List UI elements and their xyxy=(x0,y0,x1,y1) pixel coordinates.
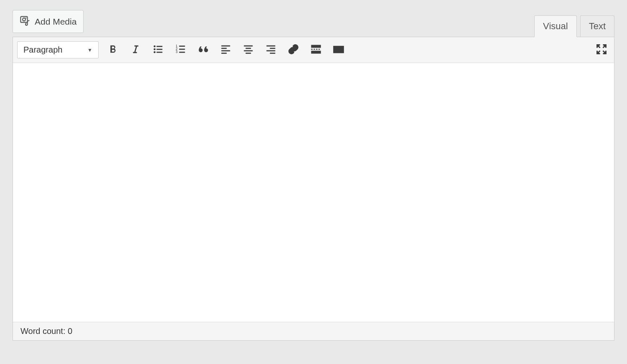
svg-rect-27 xyxy=(311,45,321,48)
svg-rect-8 xyxy=(157,52,163,53)
svg-rect-30 xyxy=(316,49,318,50)
svg-rect-15 xyxy=(222,46,230,47)
italic-icon xyxy=(130,43,141,56)
svg-point-3 xyxy=(154,46,156,48)
editor-tabs: Visual Text xyxy=(534,15,614,37)
svg-rect-16 xyxy=(222,48,227,49)
read-more-icon xyxy=(310,43,322,56)
add-media-label: Add Media xyxy=(35,17,76,27)
align-left-button[interactable] xyxy=(217,42,234,58)
bold-icon xyxy=(107,43,119,56)
svg-rect-18 xyxy=(222,53,227,54)
tab-visual[interactable]: Visual xyxy=(534,15,577,37)
svg-rect-0 xyxy=(20,17,27,23)
blockquote-icon xyxy=(197,43,209,56)
svg-rect-19 xyxy=(244,46,253,47)
numbered-list-icon: 123 xyxy=(175,43,186,56)
toolbar-toggle-button[interactable] xyxy=(330,42,347,58)
bulleted-list-button[interactable] xyxy=(150,42,166,58)
insert-link-button[interactable] xyxy=(285,42,302,58)
align-right-icon xyxy=(265,43,277,56)
svg-rect-10 xyxy=(179,46,185,47)
svg-rect-38 xyxy=(335,50,336,51)
svg-rect-14 xyxy=(179,52,185,53)
editor-top-row: Add Media Visual Text xyxy=(13,10,614,37)
keyboard-icon xyxy=(333,43,344,56)
align-center-icon xyxy=(242,43,254,56)
word-count-label: Word count: xyxy=(20,326,68,336)
svg-point-2 xyxy=(25,18,26,18)
svg-rect-23 xyxy=(267,46,275,47)
svg-point-1 xyxy=(23,18,25,21)
tab-text[interactable]: Text xyxy=(580,15,614,37)
svg-rect-12 xyxy=(179,49,185,50)
svg-rect-35 xyxy=(337,48,338,49)
chevron-down-icon: ▼ xyxy=(87,47,92,53)
svg-rect-17 xyxy=(222,50,230,51)
svg-rect-37 xyxy=(341,48,342,49)
fullscreen-button[interactable] xyxy=(593,42,610,58)
camera-music-icon xyxy=(20,15,31,28)
numbered-list-button[interactable]: 123 xyxy=(172,42,189,58)
link-icon xyxy=(288,43,299,56)
editor-box: Paragraph ▼ 123 xyxy=(13,37,614,341)
editor-content-area[interactable] xyxy=(13,63,614,322)
status-bar: Word count: 0 xyxy=(13,322,614,340)
editor-toolbar: Paragraph ▼ 123 xyxy=(13,37,614,63)
italic-button[interactable] xyxy=(127,42,144,58)
svg-rect-39 xyxy=(337,50,340,51)
svg-rect-20 xyxy=(246,48,251,49)
align-left-icon xyxy=(220,43,232,56)
svg-rect-22 xyxy=(246,53,251,54)
svg-rect-36 xyxy=(339,48,340,49)
svg-rect-34 xyxy=(335,48,336,49)
svg-rect-40 xyxy=(341,50,342,51)
svg-rect-33 xyxy=(334,46,343,53)
svg-text:3: 3 xyxy=(176,50,178,54)
word-count-value: 0 xyxy=(68,326,72,336)
bold-button[interactable] xyxy=(104,42,121,58)
format-select-label: Paragraph xyxy=(23,45,62,55)
svg-rect-26 xyxy=(270,53,275,54)
svg-point-7 xyxy=(154,51,156,53)
svg-rect-21 xyxy=(244,50,253,51)
svg-point-5 xyxy=(154,48,156,51)
svg-rect-25 xyxy=(267,50,275,51)
bulleted-list-icon xyxy=(152,43,164,56)
svg-rect-24 xyxy=(270,48,275,49)
svg-rect-31 xyxy=(319,49,320,50)
align-center-button[interactable] xyxy=(240,42,257,58)
blockquote-button[interactable] xyxy=(195,42,212,58)
svg-rect-28 xyxy=(311,49,313,50)
svg-rect-32 xyxy=(311,51,321,54)
align-right-button[interactable] xyxy=(263,42,279,58)
svg-rect-6 xyxy=(157,49,163,50)
paragraph-format-select[interactable]: Paragraph ▼ xyxy=(17,41,99,58)
svg-rect-4 xyxy=(157,46,163,47)
add-media-button[interactable]: Add Media xyxy=(13,10,84,33)
editor-container: Add Media Visual Text Paragraph ▼ xyxy=(13,10,614,341)
fullscreen-icon xyxy=(596,43,607,56)
read-more-button[interactable] xyxy=(308,42,324,58)
svg-rect-29 xyxy=(314,49,315,50)
